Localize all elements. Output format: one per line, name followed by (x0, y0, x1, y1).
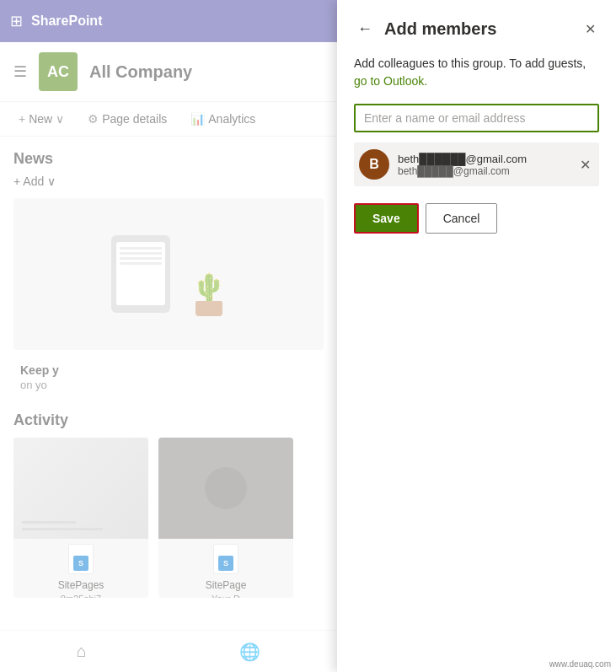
dialog-header: ← Add members ✕ (354, 17, 599, 41)
member-info: beth██████@gmail.com beth█████@gmail.com (398, 153, 568, 177)
cancel-button[interactable]: Cancel (426, 203, 498, 234)
member-item: B beth██████@gmail.com beth█████@gmail.c… (354, 142, 599, 186)
add-members-dialog: ← Add members ✕ Add colleagues to this g… (337, 0, 616, 672)
member-remove-button[interactable]: ✕ (576, 153, 594, 176)
background-overlay (0, 0, 337, 672)
save-button[interactable]: Save (354, 203, 419, 234)
member-avatar: B (359, 149, 389, 180)
left-panel: ⊞ SharePoint ☰ AC All Company + New ∨ ⚙ … (0, 0, 337, 672)
close-button[interactable]: ✕ (581, 18, 599, 40)
dialog-title: Add members (384, 19, 573, 39)
email-search-wrapper (354, 104, 599, 132)
watermark: www.deuaq.com (549, 659, 611, 669)
email-search-input[interactable] (364, 111, 589, 125)
outlook-link[interactable]: go to Outlook. (354, 74, 427, 88)
dialog-actions: Save Cancel (354, 203, 599, 234)
member-email-secondary: beth█████@gmail.com (398, 165, 568, 177)
dialog-description: Add colleagues to this group. To add gue… (354, 55, 599, 90)
member-email-primary: beth██████@gmail.com (398, 153, 568, 165)
back-button[interactable]: ← (354, 17, 376, 41)
